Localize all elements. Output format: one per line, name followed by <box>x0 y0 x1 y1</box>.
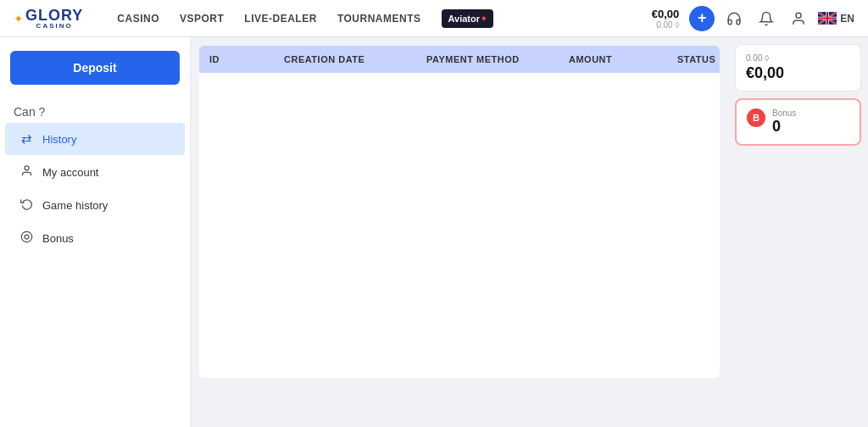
language-button[interactable]: EN <box>818 12 854 25</box>
nav-tournaments[interactable]: TOURNAMENTS <box>337 13 421 25</box>
bonus-card-value: 0 <box>772 118 796 136</box>
bonus-card-label: Bonus <box>772 108 796 118</box>
transactions-table: ID CREATION DATE PAYMENT METHOD AMOUNT S… <box>199 46 720 378</box>
sidebar-item-history[interactable]: ⇄ History <box>5 123 185 155</box>
bonus-card: B Bonus 0 <box>735 98 861 146</box>
deposit-button[interactable]: Deposit <box>10 51 180 85</box>
deposit-button-wrap: Deposit <box>0 44 190 95</box>
nav-vsport[interactable]: VSPORT <box>180 13 224 25</box>
sidebar: Deposit Can ? ⇄ History My account <box>0 37 191 427</box>
logo-area[interactable]: ✦ GLORY CASINO <box>14 8 83 30</box>
flag-uk-icon <box>818 12 837 25</box>
col-creation-date: CREATION DATE <box>284 54 420 64</box>
headset-button[interactable] <box>721 6 747 31</box>
col-status: STATUS <box>677 54 715 64</box>
col-amount: AMOUNT <box>569 54 670 64</box>
logo-casino-text: CASINO <box>36 23 73 30</box>
sidebar-item-bonus[interactable]: Bonus <box>5 222 185 254</box>
balance-sub-value: 0.00 ◊ <box>656 20 679 30</box>
bell-icon <box>759 11 774 26</box>
right-panel: 0.00 ◊ €0,00 B Bonus 0 <box>728 37 868 427</box>
col-id: ID <box>209 54 277 64</box>
table-body <box>199 73 720 378</box>
notifications-button[interactable] <box>754 6 779 31</box>
header: ✦ GLORY CASINO CASINO VSPORT LIVE-DEALER… <box>0 0 868 37</box>
sidebar-game-history-label: Game history <box>42 199 108 212</box>
main-content: ID CREATION DATE PAYMENT METHOD AMOUNT S… <box>191 37 728 427</box>
game-history-icon <box>19 197 34 213</box>
balance-display: €0,00 0.00 ◊ <box>652 8 680 30</box>
main-layout: Deposit Can ? ⇄ History My account <box>0 37 868 427</box>
bonus-b-icon: B <box>747 108 765 127</box>
user-account-icon <box>19 164 34 180</box>
add-funds-button[interactable]: + <box>689 6 715 31</box>
nav-casino[interactable]: CASINO <box>117 13 159 25</box>
nav-aviator[interactable]: Aviator • <box>442 9 493 28</box>
aviator-dot-icon: • <box>481 11 487 26</box>
svg-point-4 <box>25 235 29 239</box>
logo-glory: GLORY <box>25 8 83 23</box>
svg-point-2 <box>25 166 29 170</box>
user-icon <box>791 11 806 26</box>
header-right: €0,00 0.00 ◊ + <box>652 6 854 31</box>
sidebar-item-my-account[interactable]: My account <box>5 156 185 188</box>
bonus-info: Bonus 0 <box>772 108 796 136</box>
sidebar-history-label: History <box>42 133 76 146</box>
col-payment-method: PAYMENT METHOD <box>426 54 562 64</box>
logo-text: GLORY CASINO <box>25 8 83 30</box>
sidebar-item-game-history[interactable]: Game history <box>5 189 185 221</box>
balance-main-value: €0,00 <box>652 8 680 20</box>
history-icon: ⇄ <box>19 131 34 147</box>
balance-card-value: €0,00 <box>746 64 850 82</box>
logo-star-icon: ✦ <box>14 12 24 25</box>
aviator-label: Aviator <box>448 14 481 24</box>
nav-live-dealer[interactable]: LIVE-DEALER <box>244 13 317 25</box>
table-header: ID CREATION DATE PAYMENT METHOD AMOUNT S… <box>199 46 720 73</box>
user-button[interactable] <box>786 6 811 31</box>
balance-card: 0.00 ◊ €0,00 <box>735 44 861 92</box>
headset-icon <box>726 11 742 26</box>
svg-point-0 <box>796 13 801 18</box>
can-question-text: Can ? <box>0 95 190 122</box>
main-nav: CASINO VSPORT LIVE-DEALER TOURNAMENTS Av… <box>117 9 651 28</box>
lang-label: EN <box>840 13 854 25</box>
svg-point-3 <box>21 231 32 242</box>
sidebar-bonus-label: Bonus <box>42 232 74 245</box>
balance-card-sub: 0.00 ◊ <box>746 53 850 63</box>
bonus-icon <box>19 230 34 246</box>
sidebar-account-label: My account <box>42 166 98 179</box>
